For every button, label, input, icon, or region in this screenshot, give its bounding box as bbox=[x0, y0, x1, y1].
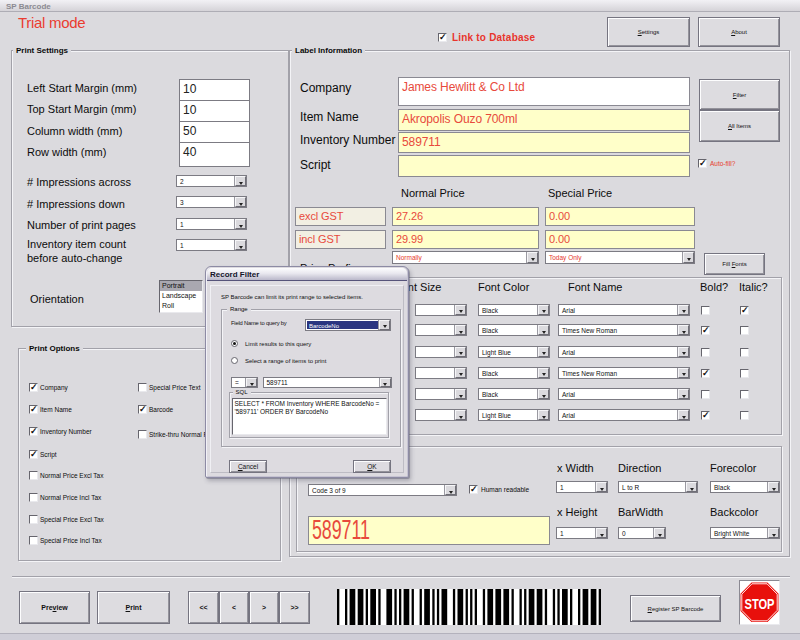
svg-text:STOP: STOP bbox=[745, 595, 775, 612]
